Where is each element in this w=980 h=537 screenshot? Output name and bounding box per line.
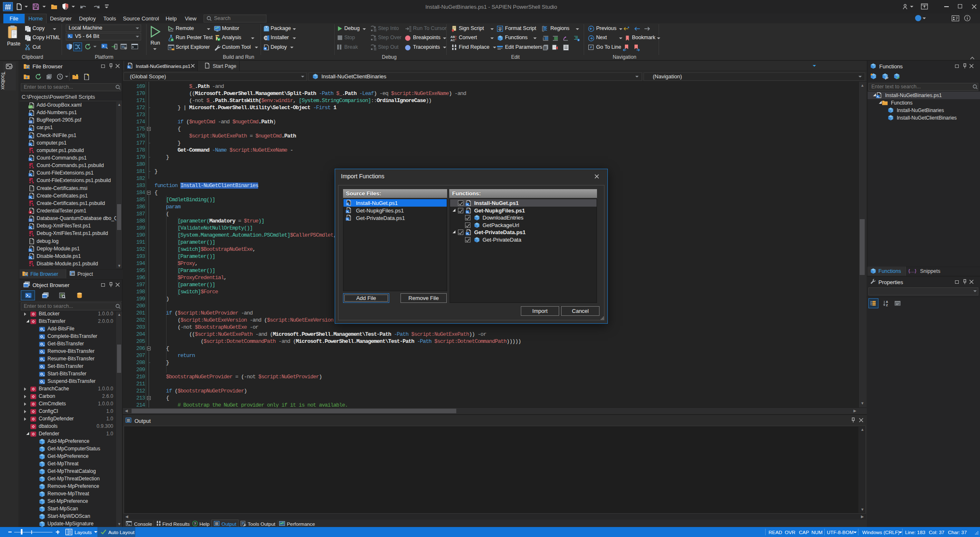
svg-text:AC: AC xyxy=(450,38,455,42)
